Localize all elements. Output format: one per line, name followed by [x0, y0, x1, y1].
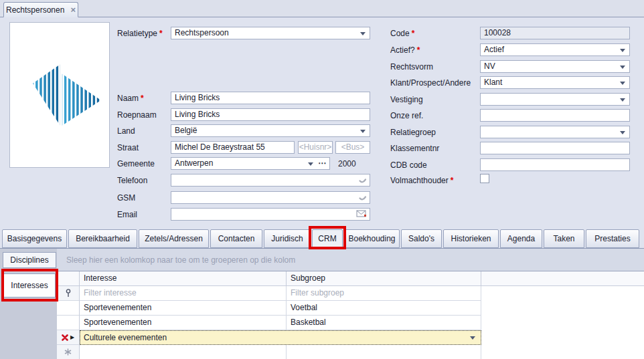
- table-row: Sportevenementen Basketbal: [57, 316, 644, 330]
- required-marker: *: [451, 176, 454, 185]
- grid-header-filler: [481, 271, 644, 286]
- cell-subgroep[interactable]: Basketbal: [287, 316, 481, 330]
- dropdown-arrow-icon[interactable]: [620, 82, 625, 85]
- column-header-interesse[interactable]: Interesse: [80, 271, 287, 286]
- gemeente-select[interactable]: Antwerpen⋯: [171, 157, 330, 170]
- klassementnr-field[interactable]: [480, 142, 630, 154]
- dropdown-arrow-icon[interactable]: [620, 66, 625, 69]
- tab-prestaties[interactable]: Prestaties: [586, 229, 639, 248]
- relatiegroep-label: Relatiegroep: [390, 128, 436, 137]
- vestiging-select[interactable]: [480, 93, 630, 106]
- required-marker: *: [417, 45, 420, 55]
- app-window: Rechtspersonen × Relatietype* Rech: [0, 0, 644, 359]
- subtab-disciplines[interactable]: Disciplines: [3, 252, 56, 268]
- cell-interesse[interactable]: Culturele evenementen: [80, 331, 287, 344]
- dropdown-arrow-icon[interactable]: [360, 32, 366, 35]
- new-row-indicator: [57, 345, 80, 359]
- cell-interesse[interactable]: [80, 345, 287, 359]
- dropdown-arrow-icon[interactable]: [620, 49, 625, 52]
- phone-icon: [358, 176, 367, 185]
- document-tab-rechtspersonen[interactable]: Rechtspersonen ×: [3, 2, 78, 17]
- klassementnr-label: Klassementnr: [390, 144, 439, 153]
- selected-row-cells[interactable]: Culturele evenementen: [80, 330, 481, 345]
- filter-subgroep-input[interactable]: Filter subgroep: [287, 286, 481, 301]
- land-label: Land: [117, 126, 135, 136]
- required-marker: *: [141, 94, 144, 103]
- mail-icon: [356, 210, 367, 218]
- postcode-value: 2000: [338, 159, 356, 168]
- straat-label: Straat: [117, 143, 139, 152]
- onze-ref-field[interactable]: [480, 109, 630, 122]
- tab-taken[interactable]: Taken: [544, 229, 584, 248]
- grid-new-row[interactable]: [57, 345, 644, 359]
- actief-select[interactable]: Actief: [480, 43, 630, 56]
- dropdown-arrow-icon[interactable]: [308, 162, 313, 166]
- volmachthouder-label: Volmachthouder*: [390, 176, 453, 185]
- filter-pin-icon[interactable]: [65, 289, 72, 297]
- grid-filter-row: Filter interesse Filter subgroep: [57, 286, 644, 301]
- cell-subgroep[interactable]: [287, 345, 481, 359]
- tab-historieken[interactable]: Historieken: [443, 229, 499, 248]
- cell-interesse[interactable]: Sportevenementen: [80, 316, 287, 330]
- cell-interesse[interactable]: Sportevenementen: [80, 301, 287, 316]
- rechtsvorm-select[interactable]: NV: [480, 60, 630, 73]
- main-tabstrip: Basisgegevens Bereikbaarheid Zetels/Adre…: [0, 228, 644, 249]
- company-logo: [9, 22, 110, 168]
- telefoon-field[interactable]: [171, 174, 370, 187]
- actief-label: Actief?*: [390, 45, 420, 55]
- required-marker: *: [412, 29, 415, 38]
- cell-subgroep-editor[interactable]: [287, 331, 481, 344]
- more-options-icon[interactable]: ⋯: [318, 158, 327, 169]
- naam-field[interactable]: Living Bricks: [171, 92, 370, 104]
- subtab-interesses[interactable]: Interesses: [3, 273, 56, 297]
- relatietype-select[interactable]: Rechtspersoon: [171, 27, 370, 39]
- email-field[interactable]: [171, 208, 370, 221]
- table-row-selected: ▶ Culturele evenementen: [57, 330, 644, 345]
- relatietype-label: Relatietype*: [117, 29, 163, 38]
- relatiegroep-select[interactable]: [480, 126, 630, 138]
- gsm-label: GSM: [117, 193, 135, 203]
- roepnaam-field[interactable]: Living Bricks: [171, 108, 370, 121]
- filter-interesse-input[interactable]: Filter interesse: [80, 286, 287, 301]
- naam-label: Naam*: [117, 94, 144, 103]
- volmachthouder-checkbox[interactable]: [480, 174, 489, 183]
- document-tab-bar: Rechtspersonen ×: [0, 0, 644, 17]
- dropdown-arrow-icon[interactable]: [620, 131, 625, 134]
- grid-header-indicator: [57, 271, 80, 286]
- huisnr-field[interactable]: <Huisnr>: [298, 141, 333, 154]
- tab-saldos[interactable]: Saldo's: [401, 229, 442, 248]
- tab-basisgegevens[interactable]: Basisgegevens: [2, 229, 67, 248]
- close-icon[interactable]: ×: [70, 5, 76, 14]
- tab-bereikbaarheid[interactable]: Bereikbaarheid: [68, 229, 137, 248]
- current-row-arrow-icon: ▶: [70, 335, 74, 340]
- bus-field[interactable]: <Bus>: [335, 141, 370, 154]
- code-field: 100028: [480, 27, 630, 39]
- table-row: Sportevenementen Voetbal: [57, 301, 644, 316]
- land-select[interactable]: België: [171, 124, 370, 137]
- grid-group-panel[interactable]: Sleep hier een kolomkop naar toe om te g…: [57, 249, 644, 271]
- klant-prospect-select[interactable]: Klant: [480, 76, 630, 89]
- row-indicator: [57, 301, 80, 316]
- tab-agenda[interactable]: Agenda: [500, 229, 542, 248]
- grid-header-row: Interesse Subgroep: [57, 271, 644, 286]
- tab-zetels-adressen[interactable]: Zetels/Adressen: [139, 229, 209, 248]
- row-indicator: [57, 316, 80, 330]
- cdb-code-label: CDB code: [390, 160, 427, 170]
- tab-crm[interactable]: CRM: [312, 229, 343, 248]
- cell-subgroep[interactable]: Voetbal: [287, 301, 481, 316]
- gsm-field[interactable]: [171, 191, 370, 204]
- tab-juridisch[interactable]: Juridisch: [264, 229, 311, 248]
- cdb-code-field[interactable]: [480, 158, 630, 171]
- email-label: Email: [117, 210, 137, 219]
- dropdown-arrow-icon[interactable]: [620, 98, 625, 102]
- tab-boekhouding[interactable]: Boekhouding: [344, 229, 400, 248]
- vestiging-label: Vestiging: [390, 95, 423, 104]
- straat-field[interactable]: Michel De Braeystraat 55: [171, 141, 295, 154]
- column-header-subgroep[interactable]: Subgroep: [287, 271, 481, 286]
- tab-contacten[interactable]: Contacten: [210, 229, 262, 248]
- dropdown-arrow-icon[interactable]: [360, 130, 366, 133]
- row-indicator-editing: ▶: [57, 330, 80, 345]
- cancel-edit-icon[interactable]: [62, 334, 68, 341]
- phone-icon: [358, 193, 367, 202]
- dropdown-arrow-icon[interactable]: [470, 336, 475, 340]
